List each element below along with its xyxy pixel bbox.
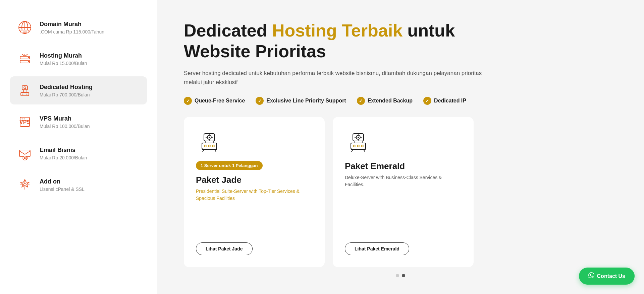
check-icon-4 <box>423 97 431 105</box>
check-icon-3 <box>357 97 365 105</box>
jade-title: Paket Jade <box>196 175 313 185</box>
svg-point-9 <box>28 61 29 62</box>
svg-point-43 <box>208 145 210 147</box>
svg-point-34 <box>209 137 210 138</box>
check-icon-1 <box>184 97 192 105</box>
svg-rect-11 <box>22 86 28 90</box>
svg-point-44 <box>212 145 214 147</box>
svg-point-22 <box>22 119 23 120</box>
vps-subtitle: Mulai Rp 100.000/Bulan <box>40 124 90 129</box>
svg-text:VPS: VPS <box>19 119 30 125</box>
sidebar-item-vps[interactable]: VPS VPS Murah Mulai Rp 100.000/Bulan <box>10 108 147 136</box>
addon-text-group: Add on Lisensi cPanel & SSL <box>40 178 85 192</box>
contact-us-button[interactable]: Contact Us <box>579 268 635 285</box>
svg-point-17 <box>22 94 23 95</box>
svg-point-26 <box>24 157 26 159</box>
hosting-icon <box>17 51 33 67</box>
pagination-dots <box>184 274 617 281</box>
sidebar-item-domain[interactable]: .com Domain Murah .COM cuma Rp 115.000/T… <box>10 13 147 42</box>
svg-point-59 <box>357 145 359 147</box>
hero-subtitle: Server hosting dedicated untuk kebutuhan… <box>184 69 486 87</box>
feature-label-2: Exclusive Line Priority Support <box>266 98 346 104</box>
svg-point-58 <box>353 145 355 147</box>
hosting-text-group: Hosting Murah Mulai Rp 15.000/Bulan <box>40 52 87 66</box>
hero-title-prefix: Dedicated <box>184 21 272 40</box>
addon-icon <box>17 177 33 193</box>
sidebar-item-addon[interactable]: Add on Lisensi cPanel & SSL <box>10 171 147 199</box>
vps-text-group: VPS Murah Mulai Rp 100.000/Bulan <box>40 115 90 129</box>
hero-title-highlight: Hosting Terbaik <box>272 21 402 40</box>
email-text-group: Email Bisnis Mulai Rp 20.000/Bulan <box>40 147 87 160</box>
contact-us-label: Contact Us <box>597 273 625 279</box>
dedicated-subtitle: Mulai Rp 700.000/Bulan <box>40 92 93 97</box>
sidebar-item-hosting[interactable]: Hosting Murah Mulai Rp 15.000/Bulan <box>10 45 147 73</box>
dedicated-title: Dedicated Hosting <box>40 84 93 91</box>
jade-description: Presidential Suite-Server with Top-Tier … <box>196 188 313 202</box>
svg-point-50 <box>358 137 359 138</box>
svg-point-8 <box>28 57 29 58</box>
svg-point-18 <box>26 94 28 95</box>
jade-server-icon <box>196 129 223 156</box>
sidebar-item-dedicated[interactable]: Dedicated Hosting Mulai Rp 700.000/Bulan <box>10 76 147 104</box>
dedicated-icon <box>17 82 33 98</box>
emerald-btn[interactable]: Lihat Paket Emerald <box>345 242 409 255</box>
email-subtitle: Mulai Rp 20.000/Bulan <box>40 155 87 160</box>
features-row: Queue-Free Service Exclusive Line Priori… <box>184 97 617 105</box>
svg-point-12 <box>24 87 26 89</box>
svg-point-60 <box>361 145 363 147</box>
dot-1[interactable] <box>396 274 399 277</box>
hero-title: Dedicated Hosting Terbaik untukWebsite P… <box>184 20 617 62</box>
addon-subtitle: Lisensi cPanel & SSL <box>40 187 85 192</box>
vps-title: VPS Murah <box>40 115 90 122</box>
svg-rect-24 <box>19 150 30 157</box>
emerald-server-icon <box>345 129 372 156</box>
card-jade: 1 Server untuk 1 Pelanggan Paket Jade Pr… <box>184 117 325 267</box>
domain-icon: .com <box>17 19 33 35</box>
domain-text-group: Domain Murah .COM cuma Rp 115.000/Tahun <box>40 21 104 34</box>
feature-label-1: Queue-Free Service <box>195 98 245 104</box>
emerald-description: Deluxe-Server with Business-Class Servic… <box>345 174 462 188</box>
jade-badge: 1 Server untuk 1 Pelanggan <box>196 161 263 170</box>
hosting-title: Hosting Murah <box>40 52 87 59</box>
feature-label-4: Dedicated IP <box>434 98 466 104</box>
domain-subtitle: .COM cuma Rp 115.000/Tahun <box>40 29 104 34</box>
email-icon <box>17 145 33 161</box>
dot-2[interactable] <box>402 274 405 277</box>
feature-label-3: Extended Backup <box>368 98 413 104</box>
feature-exclusive-line: Exclusive Line Priority Support <box>256 97 346 105</box>
feature-dedicated-ip: Dedicated IP <box>423 97 466 105</box>
feature-extended-backup: Extended Backup <box>357 97 413 105</box>
check-icon-2 <box>256 97 264 105</box>
svg-point-23 <box>24 119 25 120</box>
whatsapp-icon <box>588 272 594 280</box>
sidebar-item-email[interactable]: Email Bisnis Mulai Rp 20.000/Bulan <box>10 139 147 167</box>
svg-rect-13 <box>21 92 29 96</box>
vps-icon: VPS <box>17 114 33 130</box>
main-content: Dedicated Hosting Terbaik untukWebsite P… <box>157 0 644 294</box>
card-emerald: Paket Emerald Deluxe-Server with Busines… <box>333 117 474 267</box>
hosting-subtitle: Mulai Rp 15.000/Bulan <box>40 61 87 66</box>
emerald-title: Paket Emerald <box>345 161 462 171</box>
addon-title: Add on <box>40 178 85 185</box>
svg-text:.com: .com <box>23 31 27 33</box>
svg-point-42 <box>204 145 206 147</box>
domain-title: Domain Murah <box>40 21 104 28</box>
jade-btn[interactable]: Lihat Paket Jade <box>196 242 253 255</box>
sidebar: .com Domain Murah .COM cuma Rp 115.000/T… <box>0 0 157 294</box>
dedicated-text-group: Dedicated Hosting Mulai Rp 700.000/Bulan <box>40 84 93 97</box>
email-title: Email Bisnis <box>40 147 87 154</box>
feature-queue-free: Queue-Free Service <box>184 97 245 105</box>
cards-row: 1 Server untuk 1 Pelanggan Paket Jade Pr… <box>184 117 617 267</box>
